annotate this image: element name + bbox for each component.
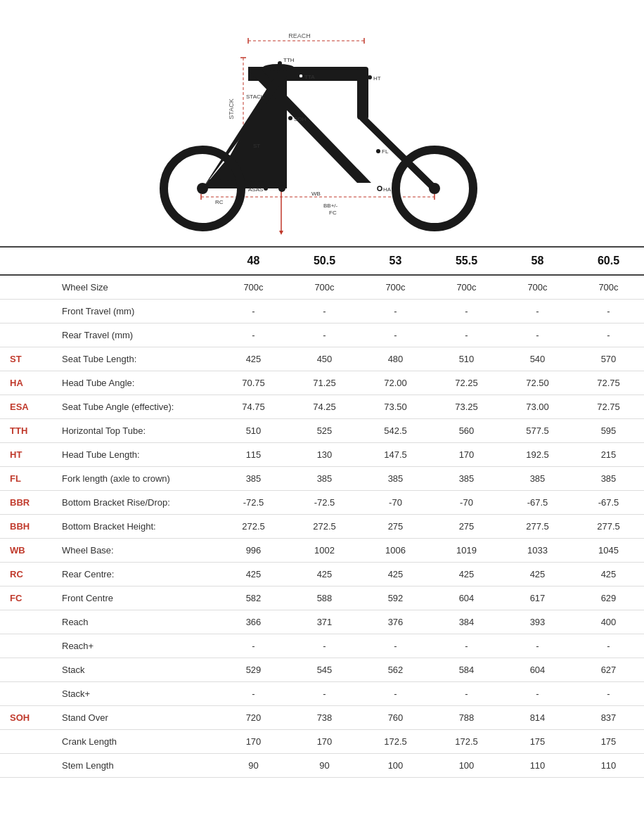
row-param-0: Wheel Size: [56, 276, 218, 300]
row-val-13-2: 592: [360, 586, 431, 610]
row-val-11-3: 1019: [431, 539, 502, 563]
row-val-15-2: -: [360, 634, 431, 658]
row-param-15: Reach+: [56, 634, 218, 658]
row-val-1-4: -: [502, 300, 573, 323]
row-val-15-5: -: [573, 634, 644, 658]
row-abbr-15: [0, 634, 56, 658]
table-row: Rear Travel (mm)------: [0, 323, 644, 347]
bike-frame-svg: REACH STACK: [139, 14, 505, 239]
row-val-20-0: 90: [218, 754, 289, 778]
table-row: Stack529545562584604627: [0, 658, 644, 682]
row-val-19-1: 170: [289, 730, 360, 754]
row-val-7-0: 115: [218, 443, 289, 467]
row-val-5-1: 74.25: [289, 395, 360, 419]
row-abbr-3: ST: [0, 347, 56, 371]
row-abbr-13: FC: [0, 586, 56, 610]
row-val-11-5: 1045: [573, 539, 644, 563]
row-val-8-2: 385: [360, 467, 431, 491]
svg-text:FC: FC: [329, 210, 337, 216]
row-param-11: Wheel Base:: [56, 539, 218, 563]
row-val-13-0: 582: [218, 586, 289, 610]
row-abbr-8: FL: [0, 467, 56, 491]
row-abbr-11: WB: [0, 539, 56, 563]
size-header-58: 58: [502, 255, 573, 267]
row-val-19-3: 172.5: [431, 730, 502, 754]
svg-marker-15: [276, 72, 287, 188]
row-val-14-4: 393: [502, 610, 573, 634]
size-headers: 4850.55355.55860.5: [218, 255, 644, 267]
row-val-18-4: 814: [502, 706, 573, 730]
svg-point-39: [264, 186, 268, 191]
row-val-9-5: -67.5: [573, 491, 644, 515]
svg-text:WB: WB: [311, 191, 321, 197]
row-val-4-4: 72.50: [502, 371, 573, 395]
svg-text:BBH: BBH: [277, 238, 289, 239]
row-val-2-0: -: [218, 323, 289, 347]
row-val-19-5: 175: [573, 730, 644, 754]
row-val-11-1: 1002: [289, 539, 360, 563]
table-row: ESASeat Tube Angle (effective):74.7574.2…: [0, 395, 644, 419]
row-param-2: Rear Travel (mm): [56, 323, 218, 347]
row-val-12-4: 425: [502, 563, 573, 586]
row-val-1-1: -: [289, 300, 360, 323]
row-val-4-2: 72.00: [360, 371, 431, 395]
svg-text:REACH: REACH: [288, 32, 311, 39]
row-val-8-4: 385: [502, 467, 573, 491]
row-param-16: Stack: [56, 658, 218, 682]
row-val-10-1: 272.5: [289, 515, 360, 539]
row-val-6-3: 560: [431, 419, 502, 443]
table-row: Stack+------: [0, 682, 644, 706]
row-val-13-3: 604: [431, 586, 502, 610]
table-row: Stem Length9090100100110110: [0, 754, 644, 778]
table-row: WBWheel Base:99610021006101910331045: [0, 539, 644, 563]
row-param-20: Stem Length: [56, 754, 218, 778]
row-val-8-5: 385: [573, 467, 644, 491]
row-val-5-2: 73.50: [360, 395, 431, 419]
row-val-12-5: 425: [573, 563, 644, 586]
table-row: HAHead Tube Angle:70.7571.2572.0072.2572…: [0, 371, 644, 395]
row-val-1-0: -: [218, 300, 289, 323]
row-val-0-0: 700c: [218, 276, 289, 300]
table-row: BBHBottom Bracket Height:272.5272.527527…: [0, 515, 644, 539]
row-val-1-3: -: [431, 300, 502, 323]
row-val-4-1: 71.25: [289, 371, 360, 395]
size-header-48: 48: [218, 255, 289, 267]
row-val-19-2: 172.5: [360, 730, 431, 754]
row-val-10-3: 275: [431, 515, 502, 539]
svg-text:SOH: SOH: [294, 116, 307, 122]
row-val-2-4: -: [502, 323, 573, 347]
svg-rect-0: [139, 14, 505, 239]
table-row: HTHead Tube Length:115130147.5170192.521…: [0, 443, 644, 467]
row-param-17: Stack+: [56, 682, 218, 706]
row-val-13-5: 629: [573, 586, 644, 610]
row-val-1-5: -: [573, 300, 644, 323]
row-val-4-0: 70.75: [218, 371, 289, 395]
row-val-6-4: 577.5: [502, 419, 573, 443]
svg-point-27: [299, 74, 303, 78]
table-row: Front Travel (mm)------: [0, 300, 644, 323]
svg-point-51: [278, 185, 285, 192]
row-val-3-1: 450: [289, 347, 360, 371]
row-val-17-3: -: [431, 682, 502, 706]
row-param-4: Head Tube Angle:: [56, 371, 218, 395]
table-row: FCFront Centre582588592604617629: [0, 586, 644, 610]
row-val-8-1: 385: [289, 467, 360, 491]
row-val-16-1: 545: [289, 658, 360, 682]
svg-text:STACK: STACK: [246, 94, 265, 100]
row-abbr-5: ESA: [0, 395, 56, 419]
size-header-row: 4850.55355.55860.5: [0, 246, 644, 276]
row-val-7-1: 130: [289, 443, 360, 467]
row-val-6-0: 510: [218, 419, 289, 443]
size-header-60.5: 60.5: [573, 255, 644, 267]
row-val-0-3: 700c: [431, 276, 502, 300]
size-header-55.5: 55.5: [431, 255, 502, 267]
row-val-6-1: 525: [289, 419, 360, 443]
row-param-19: Crank Length: [56, 730, 218, 754]
size-header-53: 53: [360, 255, 431, 267]
row-val-20-2: 100: [360, 754, 431, 778]
row-val-3-5: 570: [573, 347, 644, 371]
svg-text:ASAS: ASAS: [248, 186, 263, 193]
row-val-18-0: 720: [218, 706, 289, 730]
row-val-9-1: -72.5: [289, 491, 360, 515]
row-val-11-4: 1033: [502, 539, 573, 563]
